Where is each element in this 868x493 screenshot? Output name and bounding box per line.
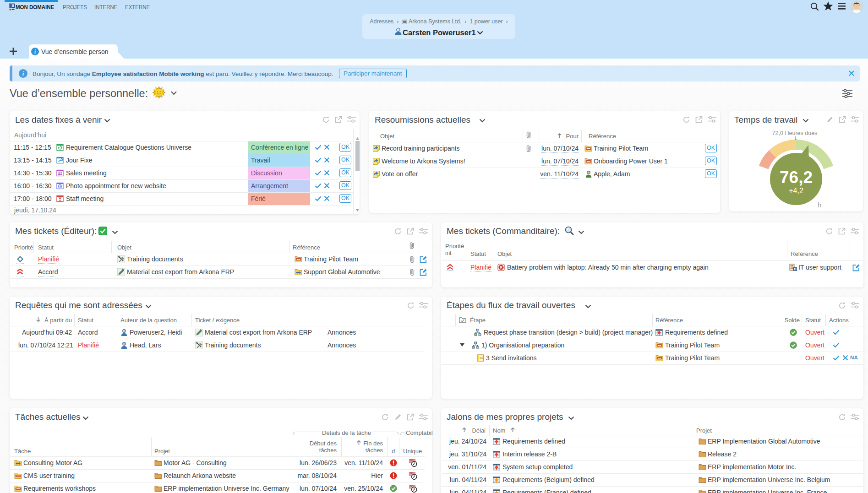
svg-text:76,2: 76,2 xyxy=(780,168,813,187)
svg-text:h: h xyxy=(818,201,821,209)
svg-text:i: i xyxy=(22,70,24,77)
svg-text:+4,2: +4,2 xyxy=(789,187,803,195)
